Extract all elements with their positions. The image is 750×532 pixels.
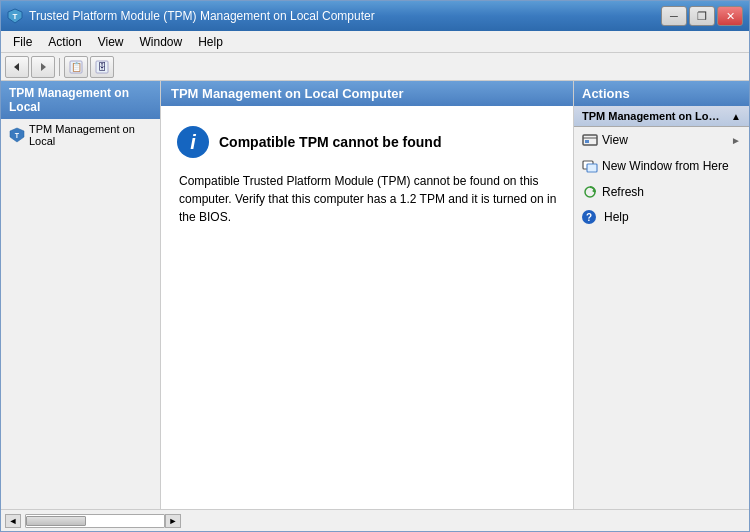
svg-text:T: T <box>15 132 20 139</box>
menu-window[interactable]: Window <box>132 33 191 51</box>
refresh-icon <box>582 184 598 200</box>
window-title: Trusted Platform Module (TPM) Management… <box>29 9 661 23</box>
forward-button[interactable] <box>31 56 55 78</box>
back-button[interactable] <box>5 56 29 78</box>
action-view-arrow: ► <box>731 135 741 146</box>
svg-rect-12 <box>585 140 589 143</box>
minimize-button[interactable]: ─ <box>661 6 687 26</box>
collapse-arrow-icon: ▲ <box>731 111 741 122</box>
error-title: Compatible TPM cannot be found <box>219 134 441 150</box>
nav-pane: TPM Management on Local T TPM Management… <box>1 81 161 509</box>
action-help-label: Help <box>604 210 629 224</box>
actions-header-label: Actions <box>582 86 630 101</box>
menu-action[interactable]: Action <box>40 33 89 51</box>
action-view[interactable]: View ► <box>574 127 749 153</box>
main-area: TPM Management on Local T TPM Management… <box>1 81 749 509</box>
svg-text:🗄: 🗄 <box>98 62 107 72</box>
svg-rect-14 <box>587 164 597 172</box>
actions-header: Actions <box>574 81 749 106</box>
action-refresh-label: Refresh <box>602 185 644 199</box>
content-header: TPM Management on Local Computer <box>161 81 573 106</box>
menu-help[interactable]: Help <box>190 33 231 51</box>
restore-button[interactable]: ❐ <box>689 6 715 26</box>
svg-marker-3 <box>41 63 46 71</box>
nav-header: TPM Management on Local <box>1 81 160 119</box>
action-view-label: View <box>602 133 628 147</box>
svg-text:📋: 📋 <box>71 61 83 73</box>
info-icon: i <box>177 126 209 158</box>
actions-section-label: TPM Management on Local ... <box>582 110 722 122</box>
menu-file[interactable]: File <box>5 33 40 51</box>
content-body: i Compatible TPM cannot be found Compati… <box>161 106 573 246</box>
nav-header-label: TPM Management on Local <box>9 86 129 114</box>
svg-text:T: T <box>13 12 18 21</box>
scrollbar-thumb[interactable] <box>26 516 86 526</box>
action-help[interactable]: ? Help <box>574 205 749 229</box>
toolbar-separator <box>59 58 60 76</box>
content-header-label: TPM Management on Local Computer <box>171 86 404 101</box>
new-window-icon <box>582 158 598 174</box>
error-title-row: i Compatible TPM cannot be found <box>177 126 557 158</box>
close-button[interactable]: ✕ <box>717 6 743 26</box>
horizontal-scrollbar[interactable] <box>25 514 165 528</box>
help-icon: ? <box>582 210 596 224</box>
title-bar: T Trusted Platform Module (TPM) Manageme… <box>1 1 749 31</box>
actions-pane: Actions TPM Management on Local ... ▲ Vi… <box>574 81 749 509</box>
content-pane: TPM Management on Local Computer i Compa… <box>161 81 574 509</box>
menu-view[interactable]: View <box>90 33 132 51</box>
nav-item-tpm[interactable]: T TPM Management on Local <box>1 119 160 151</box>
error-description: Compatible Trusted Platform Module (TPM)… <box>179 172 557 226</box>
main-window: T Trusted Platform Module (TPM) Manageme… <box>0 0 750 532</box>
toolbar: 📋 🗄 <box>1 53 749 81</box>
action-new-window[interactable]: New Window from Here <box>574 153 749 179</box>
title-bar-buttons: ─ ❐ ✕ <box>661 6 743 26</box>
show-button[interactable]: 🗄 <box>90 56 114 78</box>
menu-bar: File Action View Window Help <box>1 31 749 53</box>
action-new-window-label: New Window from Here <box>602 159 729 173</box>
scroll-right-button[interactable]: ► <box>165 514 181 528</box>
up-button[interactable]: 📋 <box>64 56 88 78</box>
nav-item-label: TPM Management on Local <box>29 123 152 147</box>
actions-section-title[interactable]: TPM Management on Local ... ▲ <box>574 106 749 127</box>
svg-marker-2 <box>14 63 19 71</box>
view-icon <box>582 132 598 148</box>
action-refresh[interactable]: Refresh <box>574 179 749 205</box>
status-bar: ◄ ► <box>1 509 749 531</box>
scroll-left-button[interactable]: ◄ <box>5 514 21 528</box>
tpm-nav-icon: T <box>9 127 25 143</box>
window-icon: T <box>7 8 23 24</box>
